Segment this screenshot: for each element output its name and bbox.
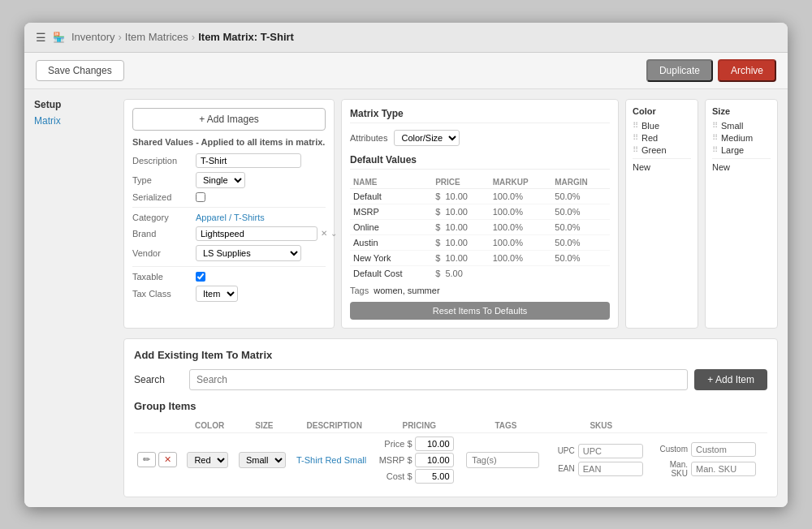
- list-item: ⠿Medium: [712, 133, 771, 143]
- table-row: Online $ 10.00 100.0% 50.0%: [350, 219, 610, 234]
- taxable-checkbox[interactable]: [196, 272, 205, 282]
- category-label: Category: [132, 213, 191, 222]
- color-item-label: Blue: [641, 121, 659, 131]
- tax-class-select[interactable]: Item: [196, 286, 238, 302]
- row-name: Default: [350, 188, 432, 204]
- breadcrumb-item-matrices[interactable]: Item Matrices: [125, 31, 188, 43]
- size-panel: Size ⠿Small⠿Medium⠿Large New: [705, 99, 778, 329]
- item-custom: Custom Man. SKU: [654, 432, 767, 487]
- item-description-link[interactable]: T-Shirt Red Small: [296, 455, 366, 465]
- taxable-label: Taxable: [132, 272, 191, 282]
- save-button[interactable]: Save Changes: [36, 60, 124, 81]
- row-margin: 50.0%: [551, 204, 610, 219]
- color-panel-title: Color: [633, 106, 691, 116]
- matrix-type-panel: Matrix Type Attributes Color/Size Defaul…: [341, 99, 619, 329]
- drag-handle-icon: ⠿: [633, 133, 638, 142]
- table-row: ✏ ✕ Red Small: [134, 432, 767, 487]
- brand-input-group: ✕ ⌄: [196, 226, 337, 241]
- type-label: Type: [132, 175, 191, 185]
- row-price: $ 10.00: [432, 219, 490, 234]
- size-item-label: Medium: [721, 133, 753, 143]
- row-price: $ 5.00: [432, 265, 490, 281]
- item-pricing: Price $ MSRP $: [375, 432, 463, 487]
- add-item-button[interactable]: + Add Item: [694, 369, 767, 390]
- list-item: ⠿Large: [712, 145, 771, 155]
- price-label: Price: [378, 439, 404, 449]
- list-item: ⠿Red: [633, 133, 691, 143]
- price-row: Price $: [378, 437, 460, 451]
- content-area: + Add Images Shared Values - Applied to …: [123, 99, 778, 497]
- table-row: New York $ 10.00 100.0% 50.0%: [350, 250, 610, 265]
- upc-row: UPC: [552, 444, 650, 458]
- add-existing-title: Add Existing Item To Matrix: [134, 349, 767, 361]
- attributes-select[interactable]: Color/Size: [394, 130, 460, 146]
- row-markup: 100.0%: [490, 204, 552, 219]
- search-input[interactable]: [189, 369, 688, 390]
- item-color-select[interactable]: Red: [187, 452, 228, 468]
- item-size-select[interactable]: Small: [239, 452, 286, 468]
- item-actions: ✏ ✕: [134, 432, 184, 487]
- brand-arrow-icon[interactable]: ⌄: [330, 229, 337, 238]
- table-row: Default $ 10.00 100.0% 50.0%: [350, 188, 610, 204]
- item-size: Small: [235, 432, 293, 487]
- col-actions: [134, 419, 184, 433]
- row-margin: 50.0%: [551, 188, 610, 204]
- tags-input[interactable]: [466, 452, 539, 468]
- cost-input[interactable]: [415, 469, 454, 484]
- serialized-row: Serialized: [132, 192, 326, 202]
- bottom-section: Add Existing Item To Matrix Search + Add…: [123, 338, 778, 497]
- type-row: Type Single: [132, 172, 326, 188]
- category-link[interactable]: Apparel / T-Shirts: [196, 213, 265, 222]
- add-images-button[interactable]: + Add Images: [132, 108, 326, 131]
- upc-input[interactable]: [578, 444, 643, 458]
- edit-item-button[interactable]: ✏: [137, 452, 156, 467]
- serialized-checkbox[interactable]: [196, 192, 205, 202]
- custom-label: Custom: [657, 445, 688, 454]
- msrp-label: MSRP: [378, 455, 404, 465]
- type-select[interactable]: Single: [196, 172, 245, 188]
- row-markup: 100.0%: [490, 188, 552, 204]
- duplicate-button[interactable]: Duplicate: [646, 59, 713, 82]
- row-price: $ 10.00: [432, 234, 490, 250]
- breadcrumb-inventory[interactable]: Inventory: [71, 31, 114, 43]
- sidebar-matrix-link[interactable]: Matrix: [34, 115, 115, 127]
- table-row: MSRP $ 10.00 100.0% 50.0%: [350, 204, 610, 219]
- table-row: Default Cost $ 5.00: [350, 265, 610, 281]
- brand-clear-icon[interactable]: ✕: [321, 229, 327, 238]
- msrp-dollar: $: [407, 455, 412, 465]
- col-tags: TAGS: [463, 419, 549, 433]
- delete-item-button[interactable]: ✕: [158, 452, 177, 467]
- reset-button[interactable]: Reset Items To Defaults: [350, 302, 610, 320]
- tax-class-label: Tax Class: [132, 289, 191, 299]
- group-items-title: Group Items: [134, 400, 767, 412]
- col-size: SIZE: [235, 419, 293, 433]
- size-item-label: Large: [721, 145, 744, 155]
- menu-icon[interactable]: ☰: [36, 31, 46, 44]
- drag-handle-icon: ⠿: [712, 133, 718, 142]
- search-label: Search: [134, 374, 183, 385]
- list-item: ⠿Small: [712, 121, 771, 131]
- custom-input[interactable]: [691, 442, 756, 457]
- serialized-label: Serialized: [132, 192, 191, 202]
- msrp-input[interactable]: [415, 453, 454, 467]
- matrix-type-title: Matrix Type: [350, 108, 610, 123]
- ean-label: EAN: [552, 464, 575, 473]
- row-name: New York: [350, 250, 432, 265]
- man-sku-input[interactable]: [691, 462, 756, 476]
- item-color: Red: [184, 432, 235, 487]
- breadcrumb-sep-1: ›: [118, 31, 121, 43]
- size-new-label[interactable]: New: [712, 158, 771, 172]
- brand-input[interactable]: [196, 226, 317, 241]
- ean-input[interactable]: [578, 462, 643, 476]
- color-new-label[interactable]: New: [633, 158, 691, 172]
- row-margin: 50.0%: [551, 234, 610, 250]
- drag-handle-icon: ⠿: [712, 121, 718, 130]
- archive-button[interactable]: Archive: [718, 59, 776, 82]
- size-panel-title: Size: [712, 106, 771, 116]
- description-input[interactable]: [196, 153, 301, 168]
- price-input[interactable]: [415, 437, 454, 451]
- item-tags: [463, 432, 549, 487]
- custom-row: Custom: [657, 442, 764, 457]
- vendor-select[interactable]: LS Supplies: [196, 245, 301, 261]
- tags-row: Tags women, summer: [350, 286, 610, 295]
